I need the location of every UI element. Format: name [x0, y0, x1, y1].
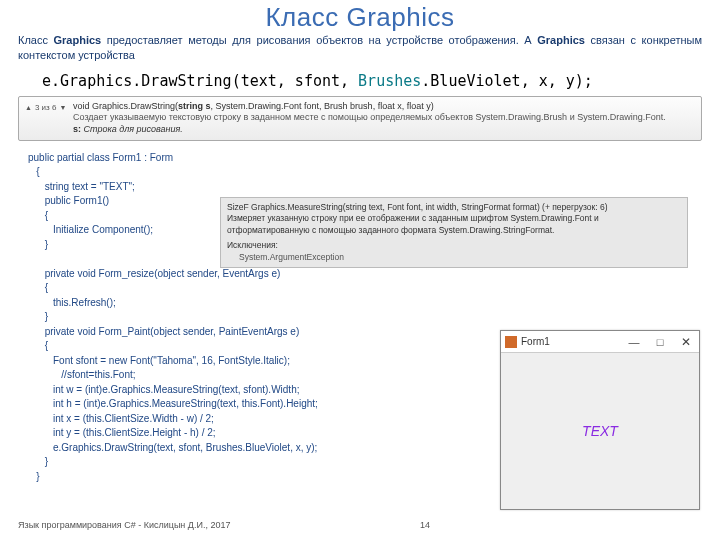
code-prefix: e.Graphics.DrawString(text, sfont, — [42, 72, 358, 90]
code-line-highlight: e.Graphics.DrawString(text, sfont, Brush… — [38, 70, 702, 92]
code-suffix: .BlueViolet, x, y); — [421, 72, 593, 90]
sig-param-bold: string s — [178, 101, 211, 111]
sample-app-window: Form1 — □ ✕ TEXT — [500, 330, 700, 510]
titlebar[interactable]: Form1 — □ ✕ — [501, 331, 699, 353]
overload-counter: 3 из 6 — [35, 103, 56, 112]
sig-pre: void Graphics.DrawString( — [73, 101, 178, 111]
overload-nav[interactable]: ▲ 3 из 6 ▼ — [25, 103, 66, 112]
measure-desc: Измеряет указанную строку при ее отображ… — [227, 213, 681, 236]
signature-description: Создает указываемую текстовую строку в з… — [73, 112, 693, 122]
signature-row: void Graphics.DrawString(string s, Syste… — [73, 101, 693, 111]
code-brushes: Brushes — [358, 72, 421, 90]
nav-up-icon[interactable]: ▲ — [25, 104, 32, 111]
param-desc: Строка для рисования. — [84, 124, 183, 134]
minimize-button[interactable]: — — [621, 336, 647, 348]
exc-label: Исключения: — [227, 240, 681, 251]
app-icon — [505, 336, 517, 348]
client-area: TEXT — [501, 353, 699, 509]
page-number: 14 — [420, 520, 430, 530]
maximize-button[interactable]: □ — [647, 336, 673, 348]
sig-post: , System.Drawing.Font font, Brush brush,… — [211, 101, 434, 111]
exc-value: System.ArgumentException — [239, 252, 681, 263]
param-label: s: — [73, 124, 81, 134]
measure-sig: SizeF Graphics.MeasureString(string text… — [227, 202, 681, 213]
close-button[interactable]: ✕ — [673, 335, 699, 349]
intellisense-tooltip-drawstring: ▲ 3 из 6 ▼ void Graphics.DrawString(stri… — [18, 96, 702, 141]
footer-text: Язык программирования C# - Кислицын Д.И.… — [18, 520, 230, 530]
slide-description: Класс Graphics предоставляет методы для … — [0, 33, 720, 64]
param-row: s: Строка для рисования. — [73, 124, 693, 134]
rendered-text: TEXT — [582, 423, 618, 439]
window-title: Form1 — [521, 336, 621, 347]
nav-down-icon[interactable]: ▼ — [59, 104, 66, 111]
slide-title: Класс Graphics — [0, 2, 720, 33]
intellisense-tooltip-measurestring: SizeF Graphics.MeasureString(string text… — [220, 197, 688, 268]
